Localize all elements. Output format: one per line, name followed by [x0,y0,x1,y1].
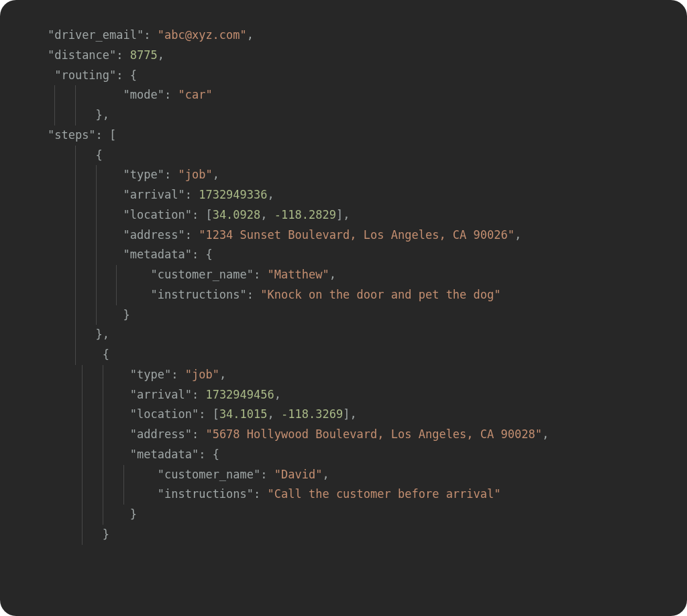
indent-guide-icon [103,405,109,425]
code-token: "type" [123,165,164,185]
code-token: , [219,365,226,385]
code-token [103,185,123,205]
code-token: { [82,146,103,166]
code-token [123,285,151,305]
indent-guide-icon [123,484,130,505]
code-token: : [171,365,184,385]
indent-guide-icon [96,265,103,285]
indent-guide-icon [82,465,89,485]
code-line: { [20,345,667,365]
indent-guide-icon [103,385,109,405]
indent-guide-icon [96,245,103,265]
code-line: "mode": "car" [20,85,667,105]
code-token: : [ [199,405,219,425]
indent-guide-icon [82,405,89,425]
indent-guide-icon [82,425,89,445]
code-token: "customer_name" [151,265,254,285]
code-token [130,484,158,505]
indent-guide-icon [103,484,109,505]
code-token [20,125,48,146]
code-token: : [ [192,205,213,225]
indent-guide-icon [103,365,109,385]
indent-guide-icon [116,285,123,305]
code-token: : [164,165,178,185]
indent-guide-icon [96,205,103,225]
indent-guide-icon [75,285,82,305]
code-line: } [20,525,667,545]
code-token: : [254,265,267,285]
code-line: "metadata": { [20,245,667,265]
code-line: "location": [34.0928, -118.2829], [20,205,667,225]
code-token: "David" [274,465,323,485]
code-token [20,25,48,46]
code-token: "Matthew" [268,265,329,285]
indent-guide-icon [123,465,130,485]
code-token: 1732949456 [205,385,274,405]
code-token: , [542,425,549,445]
code-token [109,425,130,445]
code-token: "job" [178,165,212,185]
code-token: ], [336,205,350,225]
code-token [20,46,48,66]
indent-guide-icon [82,385,89,405]
indent-guide-icon [75,325,82,345]
code-token: 34.1015 [219,405,268,425]
code-token: "abc@xyz.com" [158,25,247,46]
code-token: , [268,405,281,425]
code-line: "type": "job", [20,365,667,385]
code-token: "Call the customer before arrival" [268,484,501,505]
code-token: "Knock on the door and pet the dog" [260,285,500,305]
code-token: { [82,345,109,365]
code-token: , [322,465,329,485]
code-line: "instructions": "Knock on the door and p… [20,285,667,305]
code-token: 8775 [130,46,158,66]
code-token: : { [199,445,219,465]
code-token: , [260,205,274,225]
code-token: "customer_name" [158,465,261,485]
code-token [103,245,123,265]
code-content: "driver_email": "abc@xyz.com", "distance… [20,25,667,545]
code-token: "5678 Hollywood Boulevard, Los Angeles, … [205,425,542,445]
code-token: : { [116,66,137,86]
code-token: : [260,465,274,485]
code-token: } [109,505,137,525]
code-token: "instructions" [158,484,254,505]
code-token [103,205,123,225]
code-token [109,385,130,405]
indent-guide-icon [82,525,89,545]
code-token: "instructions" [151,285,247,305]
code-line: "type": "job", [20,165,667,185]
code-token: , [247,25,254,46]
code-line: "arrival": 1732949456, [20,385,667,405]
indent-guide-icon [96,305,103,325]
indent-guide-icon [103,425,109,445]
indent-guide-icon [75,245,82,265]
code-token: "distance" [48,46,116,66]
code-line: "customer_name": "Matthew", [20,265,667,285]
code-token: , [213,165,219,185]
code-token: : [185,185,199,205]
code-token: , [158,46,164,66]
code-token: : [192,425,205,445]
code-line: { [20,146,667,166]
indent-guide-icon [54,105,61,125]
code-token: , [329,265,336,285]
code-token: , [515,225,521,246]
indent-guide-icon [75,305,82,325]
code-line: "routing": { [20,66,667,86]
code-token: "address" [123,225,185,246]
indent-guide-icon [116,265,123,285]
code-token: 1732949336 [199,185,267,205]
code-token: "steps" [48,125,96,146]
code-token [130,465,158,485]
code-line: }, [20,325,667,345]
code-token: "arrival" [123,185,185,205]
code-token: "type" [130,365,171,385]
indent-guide-icon [75,345,82,365]
code-token: } [89,525,109,545]
indent-guide-icon [96,165,103,185]
code-token: : [254,484,267,505]
code-token: "car" [178,85,212,105]
indent-guide-icon [75,105,82,125]
code-token: 34.0928 [213,205,261,225]
